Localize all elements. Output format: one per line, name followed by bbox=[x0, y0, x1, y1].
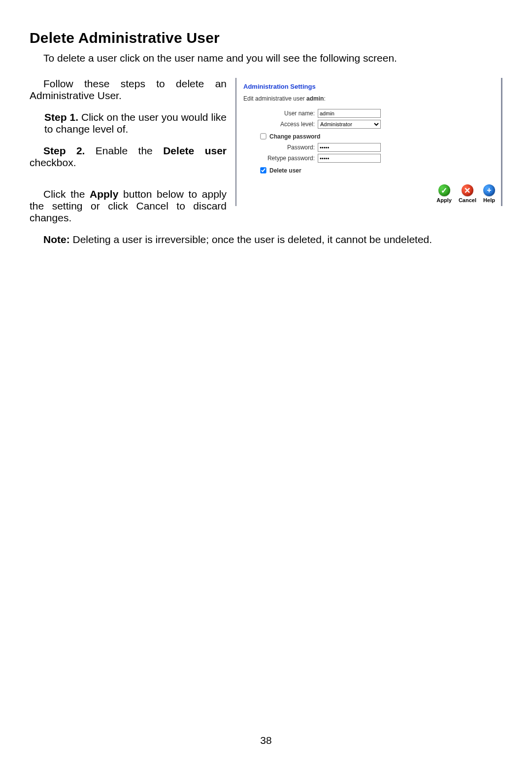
retype-password-input[interactable] bbox=[318, 154, 381, 163]
access-level-select[interactable]: Administrator bbox=[318, 120, 381, 129]
page-number: 38 bbox=[0, 735, 532, 746]
help-icon: + bbox=[483, 184, 495, 196]
step-2-bold-term: Delete user bbox=[163, 145, 227, 156]
cancel-label: Cancel bbox=[459, 197, 476, 203]
step-2-text-a: Enable the bbox=[85, 145, 163, 156]
settings-title: Administration Settings bbox=[243, 83, 494, 90]
step-1: Step 1. Click on the user you would like… bbox=[44, 111, 227, 135]
settings-subtitle: Edit administrative user admin: bbox=[243, 95, 494, 102]
apply-icon: ✓ bbox=[438, 184, 450, 196]
apply-button[interactable]: ✓ Apply bbox=[436, 184, 452, 203]
apply-bold: Apply bbox=[90, 188, 118, 200]
cancel-icon: ✕ bbox=[462, 184, 473, 196]
settings-sub-post: : bbox=[324, 95, 325, 102]
settings-sub-pre: Edit administrative user bbox=[243, 95, 306, 102]
apply-para: Click the Apply button below to apply th… bbox=[30, 188, 227, 224]
note-para: Note: Deleting a user is irreversible; o… bbox=[30, 234, 502, 245]
help-button[interactable]: + Help bbox=[483, 184, 495, 203]
settings-sub-user: admin bbox=[306, 95, 324, 102]
help-label: Help bbox=[483, 197, 495, 203]
note-text: Deleting a user is irreversible; once th… bbox=[70, 234, 432, 245]
delete-user-label: Delete user bbox=[269, 167, 301, 174]
password-input[interactable] bbox=[318, 143, 381, 152]
access-level-label: Access level: bbox=[263, 121, 318, 128]
retype-password-label: Retype password: bbox=[263, 155, 318, 162]
step-1-label: Step 1. bbox=[44, 111, 78, 123]
apply-pre: Click the bbox=[43, 188, 90, 200]
step-2-label: Step 2. bbox=[43, 145, 85, 156]
intro-text: To delete a user click on the user name … bbox=[43, 52, 502, 64]
change-password-label: Change password bbox=[269, 133, 320, 140]
follow-text: Follow these steps to delete an Administ… bbox=[30, 78, 227, 102]
apply-label: Apply bbox=[436, 197, 452, 203]
change-password-checkbox[interactable] bbox=[260, 133, 266, 139]
username-input[interactable] bbox=[318, 109, 381, 118]
delete-user-checkbox[interactable] bbox=[260, 167, 266, 173]
note-label: Note: bbox=[43, 234, 70, 245]
step-2: Step 2. Enable the Delete user checkbox. bbox=[30, 145, 227, 169]
username-label: User name: bbox=[263, 110, 318, 117]
settings-screenshot: Administration Settings Edit administrat… bbox=[235, 78, 502, 206]
step-2-text-b: checkbox. bbox=[30, 157, 76, 168]
password-label: Password: bbox=[263, 144, 318, 151]
cancel-button[interactable]: ✕ Cancel bbox=[459, 184, 476, 203]
page-title: Delete Administrative User bbox=[30, 30, 502, 46]
